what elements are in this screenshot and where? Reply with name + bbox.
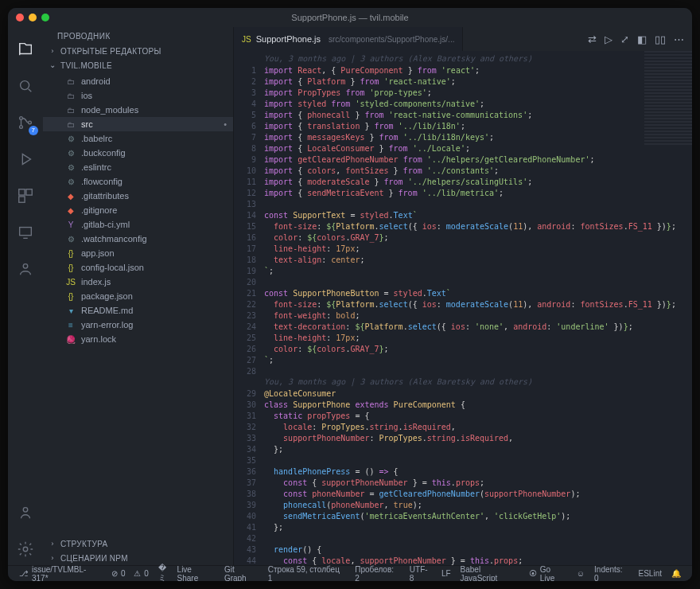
code-line[interactable]: import { messagesKeys } from '../lib/i18… — [264, 132, 692, 143]
code-line[interactable]: font-weight: bold; — [264, 310, 692, 322]
problems-indicator[interactable]: ⊘0 ⚠0 — [107, 569, 154, 578]
more-icon[interactable]: ⋯ — [674, 33, 684, 45]
code-line[interactable] — [264, 455, 692, 466]
accounts-activity[interactable] — [8, 497, 43, 529]
code-line[interactable]: text-decoration: ${Platform.select({ ios… — [264, 322, 692, 333]
codelens[interactable]: You, 3 months ago | 3 authors (Alex Bare… — [264, 54, 692, 65]
code-line[interactable]: `; — [264, 266, 692, 277]
code-line[interactable]: class SupportPhone extends PureComponent… — [264, 400, 692, 411]
code-line[interactable]: import { LocaleConsumer } from '../Local… — [264, 143, 692, 154]
code-line[interactable]: locale: PropTypes.string.isRequired, — [264, 422, 692, 433]
gitgraph-status[interactable]: Git Graph — [220, 565, 263, 582]
cursor-position[interactable]: Строка 59, столбец 1 — [263, 565, 350, 582]
open-editors-section[interactable]: ›ОТКРЫТЫЕ РЕДАКТОРЫ — [43, 44, 233, 58]
code-line[interactable]: const SupportPhoneButton = styled.Text` — [264, 288, 692, 299]
file--buckconfig[interactable]: ⚙.buckconfig — [43, 146, 233, 160]
file--flowconfig[interactable]: ⚙.flowconfig — [43, 174, 233, 189]
code-line[interactable]: import styled from 'styled-components/na… — [264, 99, 692, 110]
code-line[interactable]: const phoneNumber = getClearedPhoneNumbe… — [264, 489, 692, 500]
code-line[interactable]: const { supportPhoneNumber } = this.prop… — [264, 478, 692, 489]
remote-activity[interactable] — [8, 216, 43, 248]
compare-icon[interactable]: ⇄ — [588, 33, 597, 45]
outline-section[interactable]: ›СТРУКТУРА — [43, 536, 233, 551]
run-icon[interactable]: ▷ — [605, 33, 612, 45]
code-line[interactable]: }; — [264, 444, 692, 455]
file-ios[interactable]: 🗀ios — [43, 88, 233, 103]
file--watchmanconfig[interactable]: ⚙.watchmanconfig — [43, 232, 233, 246]
project-section[interactable]: ⌄TVIL.MOBILE — [43, 58, 233, 72]
extensions-activity[interactable] — [8, 180, 43, 212]
code-line[interactable]: line-height: 17px; — [264, 333, 692, 344]
file--eslintrc[interactable]: ⚙.eslintrc — [43, 160, 233, 174]
file-index-js[interactable]: JSindex.js — [43, 275, 233, 289]
code-line[interactable]: text-align: center; — [264, 255, 692, 266]
codelens[interactable]: You, 3 months ago | 3 authors (Alex Bare… — [264, 377, 692, 388]
eslint-status[interactable]: ESLint — [634, 569, 667, 578]
file--babelrc[interactable]: ⚙.babelrc — [43, 131, 233, 146]
code-line[interactable]: static propTypes = { — [264, 411, 692, 422]
tab-supportphone[interactable]: JS SupportPhone.js src/components/Suppor… — [234, 27, 463, 51]
code-line[interactable]: font-size: ${Platform.select({ ios: mode… — [264, 299, 692, 310]
notifications-icon[interactable]: 🔔 — [667, 569, 686, 578]
minimap[interactable] — [644, 51, 692, 146]
code-line[interactable]: `; — [264, 355, 692, 366]
code-line[interactable]: import { colors, fontSizes } from '../co… — [264, 166, 692, 177]
code-line[interactable]: font-size: ${Platform.select({ ios: mode… — [264, 221, 692, 232]
file--gitignore[interactable]: ◆.gitignore — [43, 203, 233, 217]
code-line[interactable]: handlePhonePress = () => { — [264, 466, 692, 478]
code-line[interactable] — [264, 199, 692, 210]
file--gitattributes[interactable]: ◆.gitattributes — [43, 189, 233, 203]
feedback-icon[interactable]: ☺ — [572, 569, 589, 578]
goto-icon[interactable]: ⤢ — [620, 33, 629, 45]
code-line[interactable]: render() { — [264, 544, 692, 556]
file-src[interactable]: 🗀src• — [43, 117, 233, 131]
language-status[interactable]: Babel JavaScript — [456, 565, 524, 582]
code-line[interactable]: import React, { PureComponent } from 're… — [264, 65, 692, 76]
eol-status[interactable]: LF — [437, 569, 456, 578]
explorer-activity[interactable] — [8, 33, 43, 65]
file-yarn-lock[interactable]: 🧶yarn.lock — [43, 332, 233, 346]
code-line[interactable] — [264, 533, 692, 544]
code-line[interactable] — [264, 366, 692, 377]
file-README-md[interactable]: ▾README.md — [43, 303, 233, 318]
search-activity[interactable] — [8, 70, 43, 102]
code-line[interactable]: import { moderateScale } from '../helper… — [264, 177, 692, 188]
branch-indicator[interactable]: ⎇issue/TVLMBL-317* — [14, 565, 107, 582]
code-editor[interactable]: You, 3 months ago | 3 authors (Alex Bare… — [234, 51, 692, 565]
file-package-json[interactable]: {}package.json — [43, 289, 233, 303]
code-line[interactable]: import PropTypes from 'prop-types'; — [264, 88, 692, 99]
code-line[interactable]: import { sendMetricaEvent } from '../lib… — [264, 188, 692, 199]
code-line[interactable]: color: ${colors.GRAY_7}; — [264, 344, 692, 355]
file--gitlab-ci-yml[interactable]: Y.gitlab-ci.yml — [43, 217, 233, 232]
diff-icon[interactable]: ◧ — [637, 33, 647, 45]
code-line[interactable]: supportPhoneNumber: PropTypes.string.isR… — [264, 433, 692, 444]
code-line[interactable]: color: ${colors.GRAY_7}; — [264, 232, 692, 244]
code-line[interactable]: line-height: 17px; — [264, 244, 692, 255]
code-line[interactable]: import { Platform } from 'react-native'; — [264, 76, 692, 88]
code-line[interactable]: const SupportText = styled.Text` — [264, 210, 692, 221]
liveshare-status[interactable]: �ミLive Share — [154, 564, 220, 581]
code-line[interactable]: sendMetricaEvent('metricaEventsAuthCente… — [264, 511, 692, 522]
file-android[interactable]: 🗀android — [43, 74, 233, 88]
code-line[interactable]: }; — [264, 522, 692, 533]
code-line[interactable]: phonecall(phoneNumber, true); — [264, 500, 692, 511]
file-yarn-error-log[interactable]: ≡yarn-error.log — [43, 318, 233, 332]
code-line[interactable]: import getClearedPhoneNumber from '../he… — [264, 154, 692, 166]
split-icon[interactable]: ▯▯ — [655, 33, 666, 45]
debug-activity[interactable] — [8, 143, 43, 175]
indents-status[interactable]: Indents: 0 — [589, 565, 633, 582]
scm-activity[interactable]: 7 — [8, 107, 43, 138]
code-line[interactable]: import { translation } from '../lib/i18n… — [264, 121, 692, 132]
settings-activity[interactable] — [8, 533, 43, 565]
code-line[interactable]: @LocaleConsumer — [264, 388, 692, 400]
code-line[interactable]: import { phonecall } from 'react-native-… — [264, 110, 692, 121]
code-line[interactable]: const { locale, supportPhoneNumber } = t… — [264, 556, 692, 565]
encoding-status[interactable]: UTF-8 — [405, 565, 437, 582]
file-config-local-json[interactable]: {}config-local.json — [43, 260, 233, 275]
file-app-json[interactable]: {}app.json — [43, 246, 233, 260]
file-node-modules[interactable]: 🗀node_modules — [43, 103, 233, 117]
liveshare-activity[interactable] — [8, 253, 43, 285]
code-line[interactable] — [264, 277, 692, 288]
golive-status[interactable]: ⦿Go Live — [524, 565, 572, 582]
indent-status[interactable]: Пробелов: 2 — [350, 565, 405, 582]
